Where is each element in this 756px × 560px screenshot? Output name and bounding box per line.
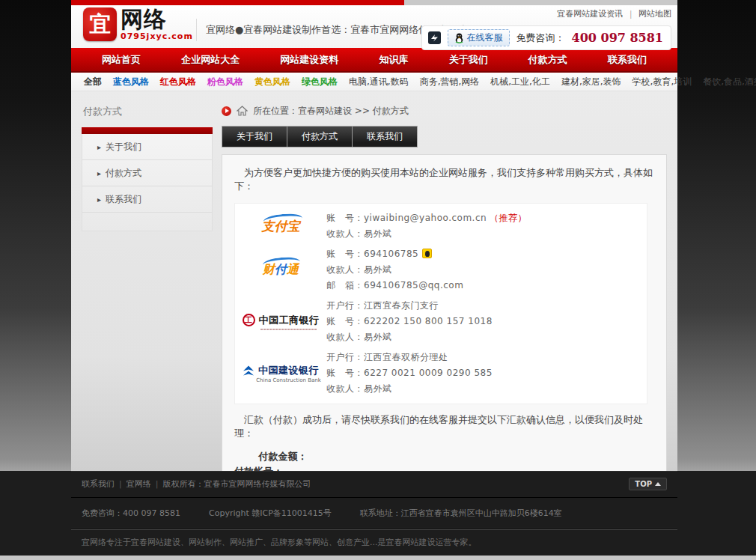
main-panel-area: 所在位置：宜春网站建设 >> 付款方式 关于我们 付款方式 联系我们 为方便客户… <box>222 102 667 471</box>
category-blue-style[interactable]: 蓝色风格 <box>113 76 149 88</box>
content-area: 付款方式 ▸关于我们 ▸付款方式 ▸联系我们 所在位置：宜春网站建设 >> 付款… <box>71 91 677 471</box>
footer-site-link[interactable]: 宜网络 <box>126 479 151 489</box>
tenpay-logo: 财付通 <box>263 262 299 278</box>
branch-value: 江西宜春双桥分理处 <box>364 352 448 362</box>
tab-strip: 关于我们 付款方式 联系我们 <box>222 126 418 147</box>
messenger-icon[interactable] <box>428 31 441 44</box>
sidebar-item-contact[interactable]: ▸联系我们 <box>82 186 212 213</box>
tab-about-us[interactable]: 关于我们 <box>222 127 287 147</box>
footer-contact-link[interactable]: 联系我们 <box>82 479 115 489</box>
category-all[interactable]: 全部 <box>84 76 102 88</box>
category-pink-style[interactable]: 粉色风格 <box>207 76 243 88</box>
qq-contact-icon[interactable] <box>422 249 432 258</box>
nav-item-about-us[interactable]: 关于我们 <box>442 53 496 67</box>
play-bullet-icon <box>222 106 231 116</box>
hotline-number: 400 097 8581 <box>572 31 663 45</box>
payment-method-icbc: 工中国工商银行 开户行：江西宜春东门支行 账 号：622202 150 800 … <box>235 296 647 347</box>
recommended-tag: （推荐） <box>490 213 527 223</box>
footer-address: 联系地址：江西省宜春市袁州区中山中路加贝6楼614室 <box>360 508 562 519</box>
payment-table: 支付宝 账 号：yiwaibing@yahoo.com.cn（推荐） 收款人：易… <box>234 203 647 404</box>
tab-contact-us[interactable]: 联系我们 <box>353 127 417 147</box>
category-food[interactable]: 餐饮,食品,酒类 <box>703 76 756 88</box>
field-label: 邮 箱： <box>326 280 364 290</box>
email-value: 694106785@qq.com <box>364 280 463 290</box>
up-arrow-icon <box>655 482 661 486</box>
sidebar-item-payment[interactable]: ▸付款方式 <box>82 160 212 186</box>
field-label: 收款人： <box>326 264 364 275</box>
account-value: 6227 0021 0009 0290 585 <box>364 368 493 378</box>
logo-domain: 0795jxyc.com <box>121 31 193 41</box>
category-digital[interactable]: 电脑,通讯,数码 <box>349 76 409 88</box>
nav-item-site-gallery[interactable]: 企业网站大全 <box>174 53 247 67</box>
branch-value: 江西宜春东门支行 <box>364 300 439 311</box>
field-label: 收款人： <box>326 383 364 394</box>
news-link[interactable]: 宜春网站建设资讯 <box>557 9 623 19</box>
category-business[interactable]: 商务,营销,网络 <box>420 76 480 88</box>
field-label: 收款人： <box>326 228 364 239</box>
field-label: 账 号： <box>326 368 364 378</box>
logo-stamp-icon: 宜 <box>83 7 117 41</box>
category-red-style[interactable]: 红色风格 <box>160 76 196 88</box>
field-label: 开户行： <box>326 300 364 311</box>
sidebar-item-about[interactable]: ▸关于我们 <box>82 134 212 160</box>
payment-method-tenpay: 财付通 账 号：694106785 收款人：易外斌 邮 箱：694106785@… <box>235 244 647 296</box>
breadcrumb: 所在位置：宜春网站建设 >> 付款方式 <box>222 102 667 120</box>
nav-item-contact-us[interactable]: 联系我们 <box>600 53 654 67</box>
payee-value: 易外斌 <box>364 228 392 239</box>
field-label: 账 号： <box>326 316 364 326</box>
nav-item-knowledge-base[interactable]: 知识库 <box>371 53 415 67</box>
footer-icp: Copyright 赣ICP备11001415号 <box>209 508 332 519</box>
tab-payment[interactable]: 付款方式 <box>287 127 352 147</box>
footer-links: 联系我们|宜网络|版权所有：宜春市宜网网络传媒有限公司 <box>82 478 311 490</box>
account-value: 622202 150 800 157 1018 <box>364 316 493 326</box>
category-industry[interactable]: 机械,工业,化工 <box>490 76 550 88</box>
ccb-bank-name: 中国建设银行 <box>258 364 319 377</box>
intro-text: 为方便客户更加快捷方便的购买使用本站的企业网站服务，我们支持多种常用购买方式，具… <box>234 166 654 193</box>
confirm-amount-label: 付款金额： <box>234 449 654 464</box>
ccb-logo-icon <box>243 365 254 377</box>
breadcrumb-current: 付款方式 <box>373 106 409 116</box>
alipay-logo: 支付宝 <box>262 218 300 235</box>
payment-method-alipay: 支付宝 账 号：yiwaibing@yahoo.com.cn（推荐） 收款人：易… <box>235 208 647 244</box>
payee-value: 易外斌 <box>364 383 392 394</box>
category-building[interactable]: 建材,家居,装饰 <box>561 76 621 88</box>
topbar-divider: ｜ <box>627 9 635 19</box>
sitemap-link[interactable]: 网站地图 <box>638 9 671 19</box>
confirm-account-label: 付款帐号： <box>234 464 654 471</box>
footer: 联系我们|宜网络|版权所有：宜春市宜网网络传媒有限公司 TOP 免费咨询：400… <box>0 471 756 556</box>
category-green-style[interactable]: 绿色风格 <box>302 76 338 88</box>
remittance-note: 汇款（付款）成功后，请尽快联系我们的在线客服并提交以下汇款确认信息，以便我们及时… <box>234 413 654 440</box>
icbc-bank-name: 中国工商银行 <box>259 314 320 327</box>
arrow-right-icon: ▸ <box>97 195 101 204</box>
arrow-right-icon: ▸ <box>97 143 101 151</box>
payee-value: 易外斌 <box>364 332 392 342</box>
nav-item-home[interactable]: 网站首页 <box>94 53 148 67</box>
field-label: 账 号： <box>326 249 364 259</box>
site-logo[interactable]: 宜 网络 0795jxyc.com <box>83 7 193 41</box>
bottom-strip <box>0 556 756 560</box>
category-education[interactable]: 学校,教育,培训 <box>632 76 692 88</box>
category-yellow-style[interactable]: 黄色风格 <box>254 76 290 88</box>
page: 宜春网站建设资讯｜网站地图 宜 网络 0795jxyc.com 宜网络●宜春网站… <box>0 0 756 560</box>
logo-name: 网络 <box>121 7 193 31</box>
qq-penguin-icon <box>454 33 464 43</box>
hotline-label: 免费咨询： <box>516 31 565 45</box>
online-service-button[interactable]: 在线客服 <box>448 29 510 46</box>
back-to-top-button[interactable]: TOP <box>629 478 667 490</box>
nav-item-build-resources[interactable]: 网站建设资料 <box>272 53 346 67</box>
nav-item-payment[interactable]: 付款方式 <box>521 53 575 67</box>
payment-panel: 为方便客户更加快捷方便的购买使用本站的企业网站服务，我们支持多种常用购买方式，具… <box>222 154 667 471</box>
payment-method-ccb: 中国建设银行 China Construction Bank 开户行：江西宜春双… <box>235 347 647 399</box>
header-divider <box>196 19 197 41</box>
sidebar-accent-bar <box>82 127 213 134</box>
field-label: 收款人： <box>326 332 364 342</box>
sidebar-title: 付款方式 <box>82 102 213 127</box>
breadcrumb-site-link[interactable]: 宜春网站建设 <box>298 106 352 116</box>
ccb-bank-name-en: China Construction Bank <box>256 377 321 383</box>
header: 宜春网站建设资讯｜网站地图 宜 网络 0795jxyc.com 宜网络●宜春网站… <box>71 5 677 48</box>
footer-slogan: 宜网络专注于宜春网站建设、网站制作、网站推广、品牌形象等网站、创意产业...是宜… <box>82 537 477 548</box>
home-icon[interactable] <box>237 106 248 116</box>
arrow-right-icon: ▸ <box>97 169 101 177</box>
main-nav: 网站首页 企业网站大全 网站建设资料 知识库 关于我们 付款方式 联系我们 <box>71 48 677 73</box>
confirm-fields: 付款金额： 付款帐号： 付款户名： <box>234 449 654 471</box>
